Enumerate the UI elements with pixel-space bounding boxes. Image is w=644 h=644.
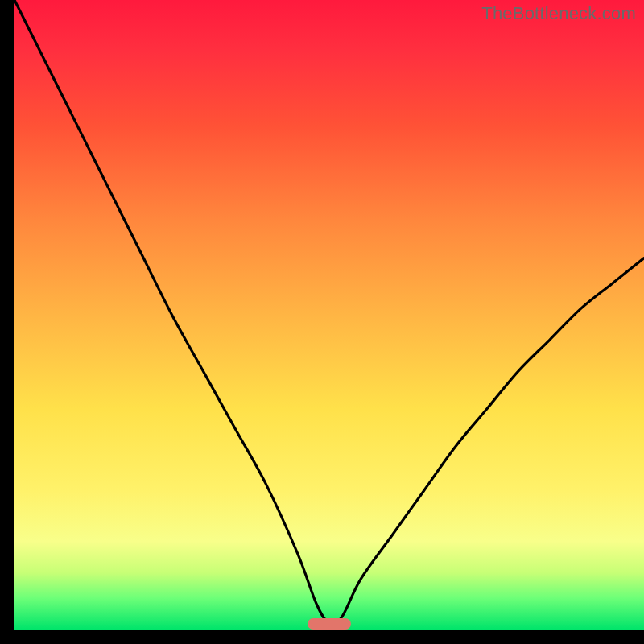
optimal-marker: [308, 618, 352, 630]
plot-area: TheBottleneck.com: [14, 0, 644, 630]
bottleneck-curve: [14, 0, 644, 630]
chart-stage: TheBottleneck.com: [0, 0, 644, 644]
axis-bottom: [0, 630, 644, 644]
axis-left: [0, 0, 14, 644]
